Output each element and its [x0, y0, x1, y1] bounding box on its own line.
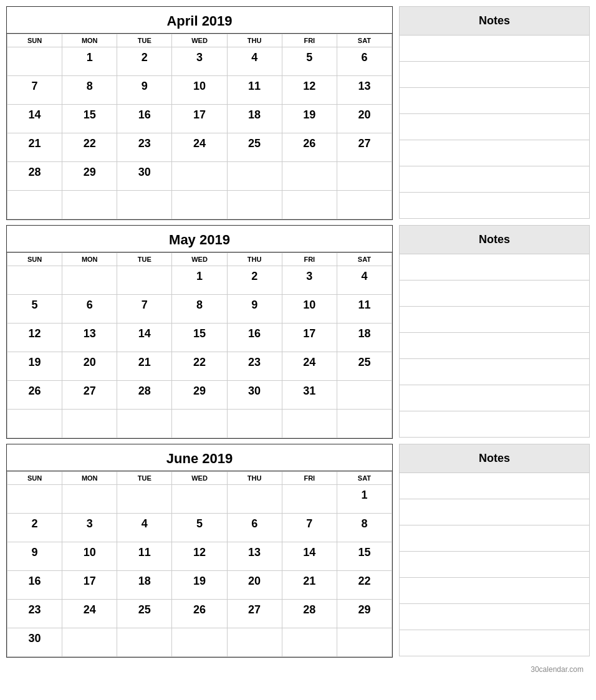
calendar-day: 9 — [227, 295, 282, 324]
notes-line[interactable] — [399, 359, 590, 385]
day-header: SUN — [7, 34, 62, 47]
notes-section-1: Notes — [399, 225, 590, 439]
calendar-day: 3 — [282, 266, 337, 295]
notes-line[interactable] — [399, 525, 590, 552]
day-header: TUE — [117, 472, 172, 485]
calendar-day: 30 — [117, 162, 172, 191]
calendar-day: 17 — [62, 571, 117, 600]
calendar-day: 8 — [62, 76, 117, 105]
calendar-day: 16 — [7, 571, 62, 600]
day-header: SUN — [7, 253, 62, 266]
notes-line[interactable] — [399, 114, 590, 140]
notes-line[interactable] — [399, 385, 590, 411]
notes-line[interactable] — [399, 411, 590, 438]
calendar-day: 1 — [337, 485, 392, 514]
calendar-day: 31 — [282, 381, 337, 410]
notes-line[interactable] — [399, 62, 590, 88]
calendar-day: 12 — [282, 76, 337, 105]
notes-line[interactable] — [399, 88, 590, 114]
calendar-day: 2 — [227, 266, 282, 295]
calendar-day: 14 — [7, 105, 62, 133]
notes-line[interactable] — [399, 552, 590, 578]
calendar-day: 20 — [227, 571, 282, 600]
day-header: WED — [172, 253, 227, 266]
calendar-day: 22 — [62, 133, 117, 162]
calendar-day: 6 — [62, 295, 117, 324]
notes-line[interactable] — [399, 254, 590, 280]
calendar-day: 22 — [337, 571, 392, 600]
calendar-day: 7 — [7, 76, 62, 105]
calendar-day: 18 — [337, 324, 392, 352]
calendar-day: 28 — [7, 162, 62, 191]
calendar-day: 29 — [337, 600, 392, 628]
calendar-day: 6 — [337, 47, 392, 76]
calendar-day: 13 — [62, 324, 117, 352]
calendar-day — [117, 191, 172, 219]
calendar-day: 24 — [282, 352, 337, 381]
footer: 30calendar.com — [6, 663, 590, 674]
calendar-day: 13 — [227, 542, 282, 571]
notes-title-1: Notes — [399, 225, 590, 254]
calendar-day: 3 — [172, 47, 227, 76]
calendar-day — [282, 628, 337, 657]
notes-line[interactable] — [399, 499, 590, 525]
calendar-day — [117, 266, 172, 295]
day-header: FRI — [282, 34, 337, 47]
notes-line[interactable] — [399, 280, 590, 307]
calendar-day — [7, 410, 62, 438]
calendar-day — [282, 191, 337, 219]
calendar-day: 28 — [117, 381, 172, 410]
month-row-1: May 2019SUNMONTUEWEDTHUFRISAT12345678910… — [6, 225, 590, 439]
notes-line[interactable] — [399, 473, 590, 499]
calendar-day — [227, 162, 282, 191]
calendar-day: 8 — [172, 295, 227, 324]
notes-line[interactable] — [399, 166, 590, 193]
day-header: THU — [227, 253, 282, 266]
notes-line[interactable] — [399, 578, 590, 604]
calendar-title-2: June 2019 — [7, 444, 392, 471]
calendar-day: 20 — [337, 105, 392, 133]
calendar-day: 21 — [282, 571, 337, 600]
calendar-day: 15 — [172, 324, 227, 352]
calendar-day: 1 — [172, 266, 227, 295]
day-header: WED — [172, 34, 227, 47]
calendar-day: 11 — [337, 295, 392, 324]
calendar-title-0: April 2019 — [7, 7, 392, 34]
notes-line[interactable] — [399, 604, 590, 630]
notes-line[interactable] — [399, 630, 590, 656]
notes-line[interactable] — [399, 36, 590, 62]
calendar-table-1: SUNMONTUEWEDTHUFRISAT1234567891011121314… — [7, 252, 392, 438]
calendar-day — [227, 191, 282, 219]
calendar-day — [62, 191, 117, 219]
day-header: FRI — [282, 472, 337, 485]
calendar-day: 29 — [62, 162, 117, 191]
notes-line[interactable] — [399, 307, 590, 333]
day-header: SAT — [337, 34, 392, 47]
notes-line[interactable] — [399, 333, 590, 359]
notes-section-2: Notes — [399, 444, 590, 658]
calendar-day — [172, 162, 227, 191]
notes-section-0: Notes — [399, 6, 590, 220]
calendar-day: 13 — [337, 76, 392, 105]
calendar-day — [172, 410, 227, 438]
calendar-day: 10 — [172, 76, 227, 105]
calendar-day — [227, 485, 282, 514]
calendar-day — [7, 191, 62, 219]
calendar-day — [337, 162, 392, 191]
calendar-day — [7, 485, 62, 514]
calendar-day — [172, 628, 227, 657]
calendar-day: 18 — [227, 105, 282, 133]
calendar-day: 20 — [62, 352, 117, 381]
calendar-day: 5 — [172, 514, 227, 542]
notes-line[interactable] — [399, 140, 590, 166]
calendar-day: 2 — [7, 514, 62, 542]
calendar-day: 4 — [337, 266, 392, 295]
calendar-day: 27 — [337, 133, 392, 162]
calendar-day: 7 — [117, 295, 172, 324]
notes-line[interactable] — [399, 193, 590, 219]
calendar-title-1: May 2019 — [7, 226, 392, 252]
calendar-day: 15 — [62, 105, 117, 133]
calendar-day — [282, 485, 337, 514]
calendar-day: 29 — [172, 381, 227, 410]
calendar-day: 27 — [227, 600, 282, 628]
